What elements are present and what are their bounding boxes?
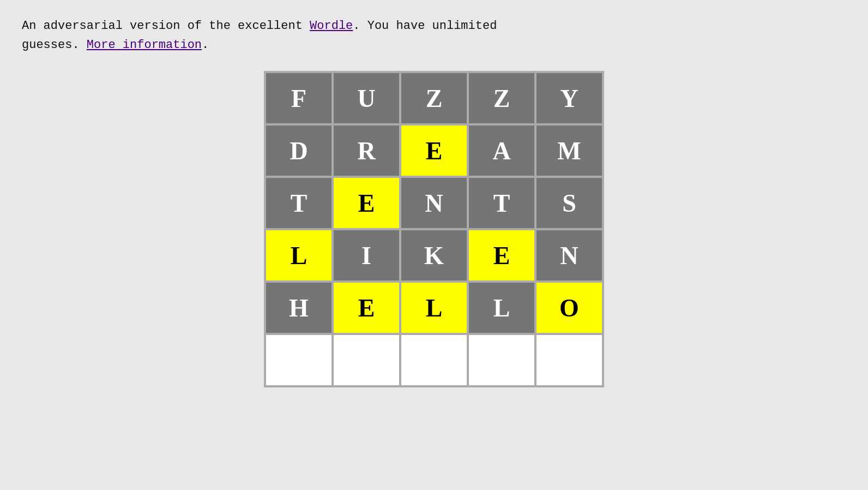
grid-cell-3-4: N (535, 229, 603, 282)
grid-cell-5-0 (265, 334, 333, 386)
grid-row-0: FUZZY (265, 72, 603, 124)
grid-cell-5-2 (400, 334, 468, 386)
grid-cell-5-1 (333, 334, 400, 386)
grid-row-2: TENTS (265, 177, 603, 229)
grid-cell-4-1: E (333, 282, 400, 334)
grid-cell-1-1: R (333, 124, 400, 177)
grid-cell-2-2: N (400, 177, 468, 229)
grid-cell-1-2: E (400, 124, 468, 177)
grid-cell-4-3: L (468, 282, 535, 334)
grid-row-4: HELLO (265, 282, 603, 334)
grid-cell-3-1: I (333, 229, 400, 282)
grid-cell-1-0: D (265, 124, 333, 177)
grid-cell-0-0: F (265, 72, 333, 124)
grid-cell-2-1: E (333, 177, 400, 229)
grid-cell-2-0: T (265, 177, 333, 229)
grid-cell-0-3: Z (468, 72, 535, 124)
grid-cell-0-2: Z (400, 72, 468, 124)
page-wrapper: An adversarial version of the excellent … (22, 16, 846, 387)
grid-cell-4-2: L (400, 282, 468, 334)
grid-cell-0-1: U (333, 72, 400, 124)
grid-cell-2-4: S (535, 177, 603, 229)
more-info-link[interactable]: More information (87, 38, 202, 52)
intro-paragraph: An adversarial version of the excellent … (22, 16, 676, 55)
grid-cell-2-3: T (468, 177, 535, 229)
grid-row-1: DREAM (265, 124, 603, 177)
grid-cell-5-4 (535, 334, 603, 386)
wordle-link[interactable]: Wordle (310, 19, 353, 33)
grid-row-3: LIKEN (265, 229, 603, 282)
grid-cell-0-4: Y (535, 72, 603, 124)
intro-text-before-link: An adversarial version of the excellent (22, 19, 310, 33)
intro-period-after-wordle: . (353, 19, 367, 33)
grid-cell-3-0: L (265, 229, 333, 282)
game-container: FUZZYDREAMTENTSLIKENHELLO (22, 71, 846, 387)
grid-cell-4-4: O (535, 282, 603, 334)
grid-cell-3-2: K (400, 229, 468, 282)
intro-you-text: You have unlimited (367, 19, 497, 33)
grid-cell-3-3: E (468, 229, 535, 282)
grid-row-5 (265, 334, 603, 386)
grid-cell-1-4: M (535, 124, 603, 177)
grid-cell-5-3 (468, 334, 535, 386)
grid-cell-4-0: H (265, 282, 333, 334)
game-grid: FUZZYDREAMTENTSLIKENHELLO (264, 71, 604, 387)
grid-cell-1-3: A (468, 124, 535, 177)
intro-final-period: . (202, 38, 209, 52)
intro-guesses-text: guesses. (22, 38, 87, 52)
